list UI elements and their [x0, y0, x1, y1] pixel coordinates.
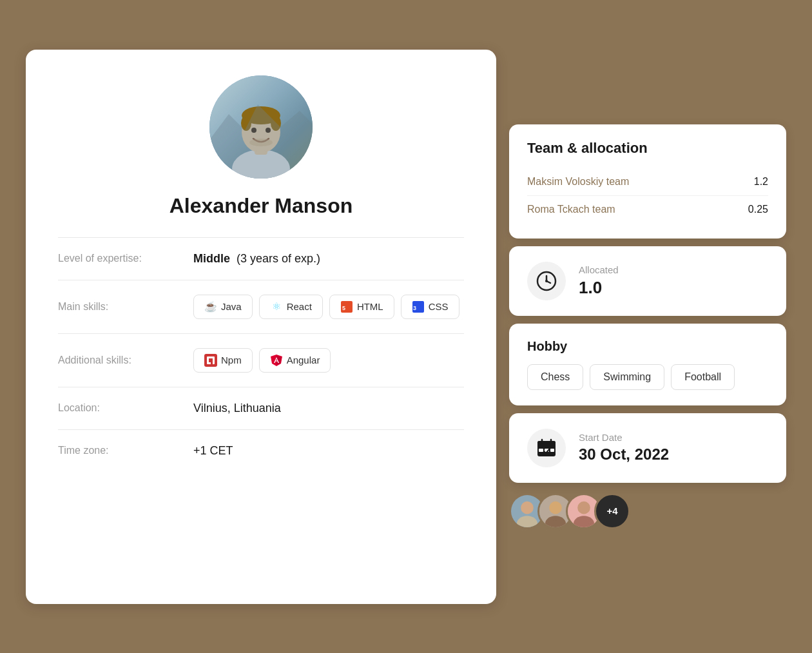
- avatar-group: +4: [509, 493, 786, 529]
- svg-point-36: [521, 501, 534, 514]
- skill-angular-label: Angular: [287, 355, 320, 365]
- skill-html-label: HTML: [357, 301, 383, 312]
- team-value-1: 1.2: [754, 176, 768, 188]
- skill-react-label: React: [287, 301, 312, 312]
- skill-css: 3 CSS: [401, 295, 459, 319]
- calendar-icon: [527, 429, 566, 467]
- allocated-info: Allocated 1.0: [579, 264, 619, 298]
- hobby-tags: Chess Swimming Football: [527, 364, 768, 390]
- info-table: Level of expertise: Middle (3 years of e…: [58, 237, 464, 472]
- skill-angular: Angular: [259, 348, 331, 373]
- skill-react: ⚛ React: [259, 295, 323, 319]
- css-icon: 3: [412, 300, 425, 313]
- hobby-panel: Hobby Chess Swimming Football: [509, 324, 786, 405]
- avatar: [209, 75, 313, 179]
- java-icon: ☕: [204, 300, 217, 313]
- svg-rect-18: [211, 358, 213, 364]
- clock-icon: [527, 262, 566, 300]
- profile-card: Alexander Manson Level of expertise: Mid…: [26, 50, 496, 604]
- hobby-swimming: Swimming: [590, 364, 664, 390]
- angular-icon: [270, 354, 283, 367]
- start-date-value: 30 Oct, 2022: [579, 445, 669, 463]
- avatar-more: +4: [594, 493, 630, 529]
- main-skills-row: Main skills: ☕ Java ⚛ React 5 HTML: [58, 280, 464, 334]
- additional-skills-value: Npm Angular: [193, 348, 331, 373]
- expertise-row: Level of expertise: Middle (3 years of e…: [58, 238, 464, 280]
- svg-point-26: [545, 280, 548, 282]
- team-allocation-title: Team & allocation: [527, 140, 768, 157]
- start-date-label: Start Date: [579, 432, 669, 443]
- hobby-chess: Chess: [527, 364, 583, 390]
- allocated-panel: Allocated 1.0: [509, 246, 786, 316]
- team-row-1: Maksim Voloskiy team 1.2: [527, 168, 768, 196]
- team-name-1: Maksim Voloskiy team: [527, 176, 629, 188]
- location-row: Location: Vilnius, Lithuania: [58, 387, 464, 430]
- location-value: Vilnius, Lithuania: [193, 402, 281, 415]
- react-icon: ⚛: [270, 300, 283, 313]
- svg-rect-32: [550, 449, 554, 452]
- svg-point-39: [549, 501, 562, 514]
- skill-java: ☕ Java: [193, 295, 253, 319]
- expertise-label: Level of expertise:: [58, 253, 180, 264]
- location-label: Location:: [58, 402, 180, 414]
- timezone-label: Time zone:: [58, 445, 180, 456]
- team-name-2: Roma Tckach team: [527, 204, 615, 215]
- npm-icon: [204, 354, 217, 367]
- additional-skills-row: Additional skills: Npm Angular: [58, 334, 464, 387]
- hobby-title: Hobby: [527, 339, 768, 354]
- skill-npm-label: Npm: [221, 355, 242, 365]
- skill-java-label: Java: [221, 301, 242, 312]
- skill-html: 5 HTML: [329, 295, 394, 319]
- team-value-2: 0.25: [748, 204, 768, 215]
- timezone-row: Time zone: +1 CET: [58, 430, 464, 472]
- main-skills-label: Main skills:: [58, 301, 180, 313]
- start-date-panel: Start Date 30 Oct, 2022: [509, 413, 786, 483]
- svg-text:3: 3: [413, 305, 416, 311]
- skill-css-label: CSS: [429, 301, 449, 312]
- additional-skills-label: Additional skills:: [58, 355, 180, 366]
- svg-rect-30: [539, 449, 543, 452]
- svg-point-42: [577, 501, 590, 514]
- team-list: Maksim Voloskiy team 1.2 Roma Tckach tea…: [527, 168, 768, 223]
- team-allocation-panel: Team & allocation Maksim Voloskiy team 1…: [509, 124, 786, 239]
- svg-text:5: 5: [342, 305, 345, 311]
- skill-npm: Npm: [193, 348, 253, 373]
- html-icon: 5: [340, 300, 353, 313]
- timezone-value: +1 CET: [193, 444, 233, 458]
- profile-name: Alexander Manson: [169, 194, 353, 218]
- svg-rect-29: [537, 443, 556, 446]
- start-date-info: Start Date 30 Oct, 2022: [579, 432, 669, 463]
- right-panels: Team & allocation Maksim Voloskiy team 1…: [509, 124, 786, 529]
- main-skills-value: ☕ Java ⚛ React 5 HTML 3 CSS: [193, 295, 459, 319]
- expertise-value: Middle (3 years of exp.): [193, 252, 320, 266]
- allocated-label: Allocated: [579, 264, 619, 275]
- allocated-value: 1.0: [579, 278, 619, 298]
- team-row-2: Roma Tckach team 0.25: [527, 196, 768, 223]
- hobby-football: Football: [671, 364, 735, 390]
